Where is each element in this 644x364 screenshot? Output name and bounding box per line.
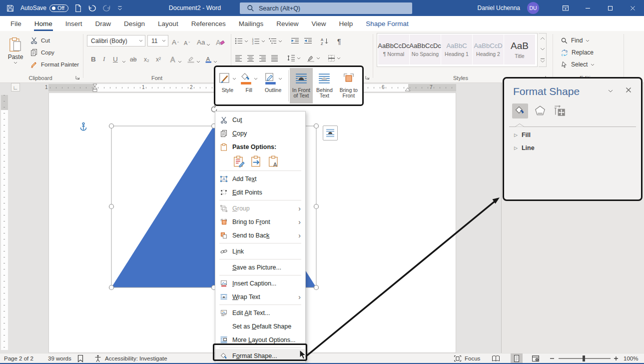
style-heading-2[interactable]: AaBbCcDHeading 2	[473, 34, 504, 64]
copy-button[interactable]: Copy	[30, 47, 54, 58]
font-name-combobox[interactable]: Calibri (Body)	[87, 35, 145, 46]
menu-item-cut[interactable]: Cut	[215, 113, 305, 126]
strikethrough-button[interactable]: ab	[130, 52, 136, 64]
zoom-slider-thumb[interactable]	[583, 356, 585, 362]
highlight-button[interactable]	[187, 52, 200, 64]
pane-menu-chevron-icon[interactable]	[608, 90, 613, 92]
menu-item-group[interactable]: Group›	[215, 202, 305, 215]
fill-button[interactable]: Fill	[239, 68, 259, 104]
format-painter-button[interactable]: Format Painter	[30, 59, 79, 70]
menu-item-send-to-back[interactable]: Send to Back›	[215, 228, 305, 242]
save-icon[interactable]	[6, 4, 14, 12]
search-input[interactable]: Search (Alt+Q)	[240, 2, 412, 14]
close-button[interactable]	[622, 0, 644, 16]
gallery-more-icon[interactable]	[540, 58, 545, 63]
underline-button[interactable]: U	[113, 52, 118, 64]
autosave-toggle[interactable]: AutoSave Off	[20, 4, 68, 12]
outline-button[interactable]: Outline	[259, 68, 287, 104]
cut-button[interactable]: Cut	[30, 35, 50, 46]
layout-options-button[interactable]	[323, 126, 338, 140]
borders-button[interactable]	[328, 52, 341, 64]
gallery-down-icon[interactable]	[540, 48, 545, 50]
shrink-font-button[interactable]: Aˇ	[184, 35, 190, 47]
pane-tab-layout-properties[interactable]	[552, 104, 568, 118]
tab-design[interactable]: Design	[117, 16, 151, 31]
style-no-spacing[interactable]: AaBbCcDcNo Spacing	[410, 34, 441, 64]
italic-button[interactable]: I	[103, 52, 105, 64]
paste-merge-formatting-icon[interactable]	[250, 155, 263, 168]
tab-shape-format[interactable]: Shape Format	[359, 16, 415, 31]
tab-draw[interactable]: Draw	[89, 16, 118, 31]
tab-review[interactable]: Review	[270, 16, 305, 31]
style-normal[interactable]: AaBbCcDc¶ Normal	[378, 34, 409, 64]
pane-section-line[interactable]: ▷Line	[514, 144, 535, 152]
minimize-button[interactable]	[577, 0, 599, 16]
menu-item-save-as-picture[interactable]: Save as Picture...	[215, 260, 305, 274]
word-count[interactable]: 39 words	[48, 354, 71, 363]
numbering-button[interactable]: 123	[252, 35, 265, 47]
autosave-pill[interactable]: Off	[49, 4, 68, 12]
align-right-button[interactable]	[259, 52, 266, 64]
tab-file[interactable]: File	[4, 16, 28, 31]
style-heading-1[interactable]: AaBbCHeading 1	[441, 34, 472, 64]
multilevel-list-button[interactable]	[269, 35, 282, 47]
change-case-button[interactable]: Aa	[197, 35, 210, 47]
tab-insert[interactable]: Insert	[59, 16, 89, 31]
menu-item-more-layout-options[interactable]: More Layout Options...	[215, 333, 305, 346]
menu-item-wrap-text[interactable]: Wrap Text›	[215, 290, 305, 304]
redo-button[interactable]	[102, 4, 111, 12]
tab-view[interactable]: View	[305, 16, 332, 31]
font-size-combobox[interactable]: 11	[147, 35, 168, 46]
page-indicator[interactable]: Page 2 of 2	[4, 354, 33, 363]
avatar[interactable]: DU	[527, 2, 539, 14]
font-color-button[interactable]: A	[205, 52, 217, 64]
text-effects-button[interactable]: A	[170, 52, 182, 64]
customize-qat-icon[interactable]	[117, 6, 123, 11]
select-button[interactable]: Select	[561, 59, 595, 70]
menu-item-insert-caption[interactable]: Insert Caption...	[215, 276, 305, 290]
style-button[interactable]: Style	[216, 68, 239, 104]
line-spacing-button[interactable]	[287, 52, 301, 64]
behind-text-button[interactable]: Behind Text	[313, 68, 336, 104]
find-button[interactable]: Find	[561, 35, 590, 46]
show-formatting-marks-button[interactable]: ¶	[337, 35, 343, 47]
justify-button[interactable]	[271, 52, 278, 64]
shading-button[interactable]	[307, 52, 320, 64]
paste-text-only-icon[interactable]: A	[267, 155, 280, 168]
menu-item-copy[interactable]: Copy	[215, 126, 305, 140]
menu-item-edit-alt-text[interactable]: Edit Alt Text...	[215, 306, 305, 320]
tab-references[interactable]: References	[185, 16, 232, 31]
menu-item-set-default-shape[interactable]: Set as Default Shape	[215, 320, 305, 333]
pane-tab-fill-line[interactable]	[512, 104, 528, 118]
menu-item-format-shape[interactable]: Format Shape...	[215, 349, 305, 362]
increase-indent-button[interactable]	[304, 35, 312, 47]
paste-keep-formatting-icon[interactable]	[232, 155, 245, 168]
zoom-level[interactable]: 100%	[624, 354, 638, 363]
web-layout-button[interactable]	[532, 354, 540, 363]
clear-formatting-button[interactable]: A	[216, 35, 225, 47]
pane-close-icon[interactable]	[625, 86, 632, 94]
pane-section-fill[interactable]: ▷Fill	[514, 132, 531, 138]
ribbon-display-options-icon[interactable]	[554, 0, 577, 16]
superscript-button[interactable]: x²	[156, 52, 161, 64]
underline-dropdown[interactable]	[122, 52, 126, 64]
tab-layout[interactable]: Layout	[151, 16, 185, 31]
focus-button[interactable]: Focus	[454, 354, 480, 363]
paragraph-dialog-launcher[interactable]	[365, 75, 370, 80]
undo-button[interactable]	[88, 4, 96, 12]
tab-mailings[interactable]: Mailings	[232, 16, 270, 31]
print-layout-button[interactable]	[511, 354, 523, 363]
menu-item-bring-to-front[interactable]: Bring to Front›	[215, 215, 305, 228]
tab-help[interactable]: Help	[333, 16, 360, 31]
accessibility-status[interactable]: Accessibility: Investigate	[94, 354, 167, 363]
clipboard-dialog-launcher[interactable]	[75, 75, 80, 80]
bullets-button[interactable]	[235, 35, 248, 47]
decrease-indent-button[interactable]	[291, 35, 299, 47]
menu-item-add-text[interactable]: AAdd Text	[215, 172, 305, 186]
maximize-button[interactable]	[599, 0, 622, 16]
replace-button[interactable]: bcReplace	[561, 47, 594, 58]
proofing-icon[interactable]	[77, 354, 84, 363]
zoom-in-button[interactable]	[614, 354, 619, 363]
zoom-out-button[interactable]	[550, 354, 555, 363]
gallery-up-icon[interactable]	[540, 37, 545, 40]
